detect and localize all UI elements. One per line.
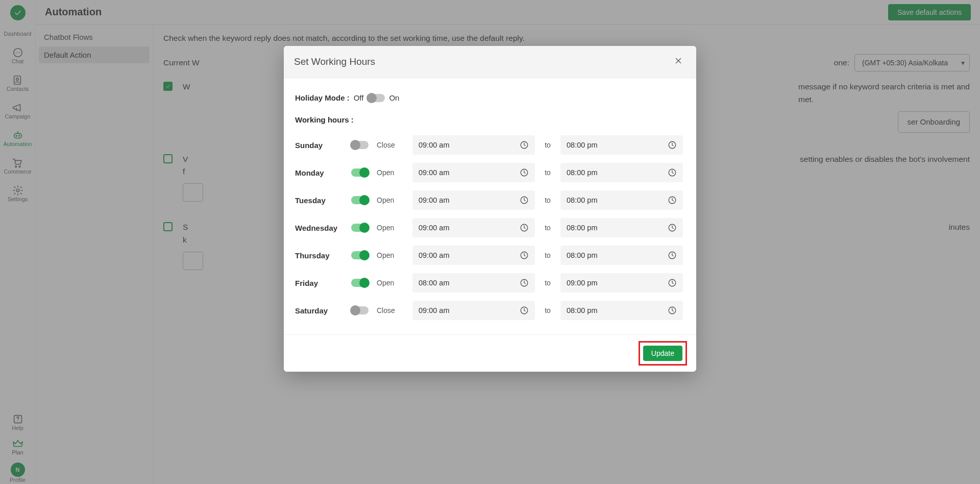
clock-icon — [668, 251, 677, 260]
day-name: Saturday — [295, 306, 346, 315]
to-label: to — [540, 306, 555, 314]
day-from-time[interactable]: 09:00 am — [412, 246, 535, 265]
holiday-mode-toggle[interactable] — [368, 94, 385, 102]
to-label: to — [540, 196, 555, 204]
day-state-label: Open — [377, 168, 407, 177]
modal-body: Holiday Mode : Off On Working hours : Su… — [284, 78, 696, 334]
clock-icon — [668, 306, 677, 315]
to-label: to — [540, 224, 555, 232]
update-button[interactable]: Update — [643, 346, 682, 361]
clock-icon — [668, 196, 677, 205]
day-name: Wednesday — [295, 224, 346, 232]
day-to-time[interactable]: 08:00 pm — [560, 190, 683, 210]
day-state-label: Close — [377, 141, 407, 149]
day-name: Tuesday — [295, 196, 346, 205]
to-label: to — [540, 251, 555, 259]
day-open-toggle[interactable] — [351, 306, 369, 314]
working-hours-subtitle: Working hours : — [295, 112, 685, 131]
day-open-toggle[interactable] — [351, 141, 369, 149]
day-name: Friday — [295, 279, 346, 287]
day-from-time[interactable]: 09:00 am — [412, 301, 535, 320]
day-row-saturday: SaturdayClose09:00 amto08:00 pm — [295, 297, 685, 324]
clock-icon — [520, 196, 529, 205]
day-to-time[interactable]: 08:00 pm — [560, 135, 683, 155]
day-from-time[interactable]: 08:00 am — [412, 273, 535, 293]
modal-close-button[interactable] — [671, 54, 686, 69]
day-state-label: Close — [377, 306, 407, 314]
day-row-wednesday: WednesdayOpen09:00 amto08:00 pm — [295, 214, 685, 241]
clock-icon — [668, 278, 677, 287]
clock-icon — [520, 140, 529, 150]
day-to-time[interactable]: 09:00 pm — [560, 273, 683, 293]
day-state-label: Open — [377, 279, 407, 287]
day-from-time[interactable]: 09:00 am — [412, 190, 535, 210]
to-label: to — [540, 168, 555, 177]
modal-title: Set Working Hours — [294, 56, 375, 67]
day-open-toggle[interactable] — [351, 224, 369, 232]
day-to-time[interactable]: 08:00 pm — [560, 163, 683, 182]
day-row-sunday: SundayClose09:00 amto08:00 pm — [295, 131, 685, 159]
day-from-time[interactable]: 09:00 am — [412, 163, 535, 182]
day-open-toggle[interactable] — [351, 196, 369, 204]
day-state-label: Open — [377, 251, 407, 259]
day-row-friday: FridayOpen08:00 amto09:00 pm — [295, 269, 685, 297]
clock-icon — [668, 168, 677, 177]
day-to-time[interactable]: 08:00 pm — [560, 246, 683, 265]
day-row-monday: MondayOpen09:00 amto08:00 pm — [295, 159, 685, 186]
clock-icon — [668, 223, 677, 232]
day-name: Thursday — [295, 251, 346, 260]
to-label: to — [540, 141, 555, 149]
day-row-tuesday: TuesdayOpen09:00 amto08:00 pm — [295, 186, 685, 214]
holiday-mode-label: Holiday Mode : — [295, 93, 350, 102]
modal-footer: Update — [284, 334, 696, 372]
day-name: Sunday — [295, 141, 346, 150]
holiday-off-label: Off — [354, 93, 364, 102]
day-name: Monday — [295, 168, 346, 177]
day-state-label: Open — [377, 196, 407, 204]
day-open-toggle[interactable] — [351, 168, 369, 177]
clock-icon — [520, 278, 529, 287]
day-to-time[interactable]: 08:00 pm — [560, 301, 683, 320]
to-label: to — [540, 279, 555, 287]
modal-overlay: Set Working Hours Holiday Mode : Off On … — [0, 0, 980, 484]
day-open-toggle[interactable] — [351, 279, 369, 287]
clock-icon — [520, 251, 529, 260]
day-from-time[interactable]: 09:00 am — [412, 218, 535, 237]
day-row-thursday: ThursdayOpen09:00 amto08:00 pm — [295, 241, 685, 269]
day-from-time[interactable]: 09:00 am — [412, 135, 535, 155]
clock-icon — [520, 306, 529, 315]
update-highlight-box: Update — [639, 341, 687, 366]
modal-header: Set Working Hours — [284, 46, 696, 78]
close-icon — [674, 56, 683, 65]
clock-icon — [520, 223, 529, 232]
day-open-toggle[interactable] — [351, 251, 369, 259]
working-hours-modal: Set Working Hours Holiday Mode : Off On … — [284, 46, 696, 372]
holiday-mode-row: Holiday Mode : Off On — [295, 88, 685, 112]
holiday-on-label: On — [389, 93, 399, 102]
day-to-time[interactable]: 08:00 pm — [560, 218, 683, 237]
clock-icon — [668, 140, 677, 150]
clock-icon — [520, 168, 529, 177]
day-state-label: Open — [377, 224, 407, 232]
